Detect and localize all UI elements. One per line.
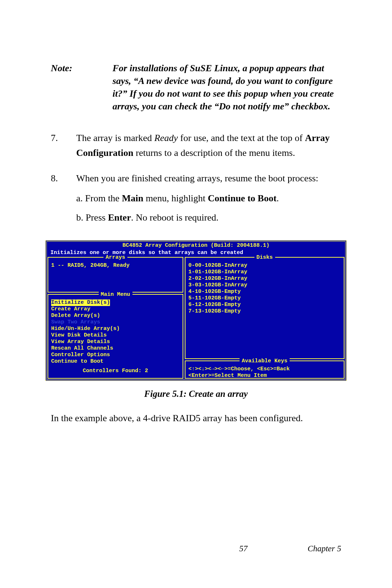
bios-right-column: Disks 0-00-102GB-InArray 1-01-102GB-InAr… [184, 256, 345, 379]
page-content: Note: For installations of SuSE Linux, a… [0, 0, 392, 424]
text: . [277, 193, 279, 204]
available-keys-pane: Available Keys <↑><↓><→><←>=Choose, <Esc… [185, 361, 344, 379]
menu-item-hide-unhide[interactable]: Hide/Un-Hide Array(s) [51, 326, 180, 332]
keys-title-text: Available Keys [240, 358, 290, 364]
text: . No reboot is required. [131, 212, 219, 223]
chapter-label: Chapter 5 [307, 544, 341, 553]
text: a. From the [76, 193, 122, 204]
menu-item-controller-options[interactable]: Controller Options [51, 352, 180, 358]
menu-item-view-disk-details[interactable]: View Disk Details [51, 332, 180, 339]
spacer [51, 365, 180, 368]
disk-row[interactable]: 0-00-102GB-InArray [188, 262, 341, 269]
page-footer: 57 Chapter 5 [51, 544, 341, 553]
menu-item-rescan[interactable]: Rescan All Channels [51, 345, 180, 352]
step-body: The array is marked Ready for use, and t… [76, 131, 341, 160]
text: returns to a description of the menu ite… [133, 148, 295, 158]
text: The array is marked [76, 133, 154, 143]
disks-pane: Disks 0-00-102GB-InArray 1-01-102GB-InAr… [185, 257, 344, 359]
menu-item-swap-arrays: Swap Two Arrays [51, 319, 180, 326]
menu-item-delete-arrays[interactable]: Delete Array(s) [51, 313, 180, 319]
controllers-found: Controllers Found: 2 [51, 368, 180, 376]
menu-label: Initialize Disk(s) [51, 299, 110, 306]
bios-columns: Arrays 1 -- RAID5, 204GB, Ready Main Men… [47, 256, 345, 379]
array-row[interactable]: 1 -- RAID5, 204GB, Ready [51, 262, 180, 269]
disk-row[interactable]: 4-10-102GB-Empty [188, 289, 341, 295]
note-block: Note: For installations of SuSE Linux, a… [51, 62, 341, 113]
note-text: For installations of SuSE Linux, a popup… [113, 62, 341, 113]
main-menu-word: Main [122, 193, 143, 204]
menu-item-continue-to-boot[interactable]: Continue to Boot [51, 358, 180, 365]
substep-a: a. From the Main menu, highlight Continu… [76, 191, 341, 206]
main-menu-title-text: Main Menu [99, 291, 132, 298]
arrays-pane: Arrays 1 -- RAID5, 204GB, Ready [48, 257, 183, 293]
text: menu, highlight [143, 193, 208, 204]
page-number: 57 [179, 544, 308, 553]
disks-title-text: Disks [254, 254, 275, 261]
ready-word: Ready [154, 133, 178, 143]
menu-item-initialize-disks[interactable]: Initialize Disk(s) [51, 299, 180, 306]
keys-line: <↑><↓><→><←>=Choose, <Esc>=Back [188, 366, 341, 372]
bios-screenshot: BC4852 Array Configuration (Build: 20041… [45, 240, 347, 381]
substeps: a. From the Main menu, highlight Continu… [76, 191, 341, 225]
bios-title: BC4852 Array Configuration (Build: 20041… [47, 242, 345, 249]
menu-item-view-array-details[interactable]: View Array Details [51, 339, 180, 345]
enter-key-word: Enter [108, 212, 131, 223]
arrays-pane-title: Arrays [51, 254, 180, 261]
main-menu-title: Main Menu [51, 291, 180, 298]
disk-row[interactable]: 1-01-102GB-InArray [188, 269, 341, 275]
main-menu-pane: Main Menu Initialize Disk(s) Create Arra… [48, 294, 183, 379]
step-number: 7. [51, 131, 76, 160]
step-7: 7. The array is marked Ready for use, an… [51, 131, 341, 160]
substep-b: b. Press Enter. No reboot is required. [76, 210, 341, 225]
disk-row[interactable]: 5-11-102GB-Empty [188, 295, 341, 302]
disk-row[interactable]: 3-03-102GB-InArray [188, 282, 341, 289]
continue-to-boot-word: Continue to Boot [208, 193, 277, 204]
bios-window: BC4852 Array Configuration (Build: 20041… [45, 240, 347, 381]
note-label: Note: [51, 62, 113, 113]
disk-row[interactable]: 6-12-102GB-Empty [188, 302, 341, 308]
disk-row[interactable]: 2-02-102GB-InArray [188, 275, 341, 282]
disk-row[interactable]: 7-13-102GB-Empty [188, 308, 341, 315]
menu-item-create-array[interactable]: Create Array [51, 306, 180, 313]
arrays-title-text: Arrays [103, 254, 127, 261]
keys-pane-title: Available Keys [188, 358, 341, 365]
figure-caption: Figure 5.1: Create an array [51, 389, 341, 399]
example-sentence: In the example above, a 4-drive RAID5 ar… [51, 413, 341, 424]
bios-left-column: Arrays 1 -- RAID5, 204GB, Ready Main Men… [47, 256, 184, 379]
text: b. Press [76, 212, 108, 223]
footer-spacer [51, 544, 179, 553]
step-number: 8. [51, 171, 76, 229]
text: When you are finished creating arrays, r… [76, 173, 318, 184]
disks-pane-title: Disks [188, 254, 341, 261]
keys-line: <Enter>=Select Menu Item [188, 372, 341, 379]
step-body: When you are finished creating arrays, r… [76, 171, 341, 229]
text: for use, and the text at the top of [178, 133, 305, 143]
step-list: 7. The array is marked Ready for use, an… [51, 131, 341, 229]
step-8: 8. When you are finished creating arrays… [51, 171, 341, 229]
